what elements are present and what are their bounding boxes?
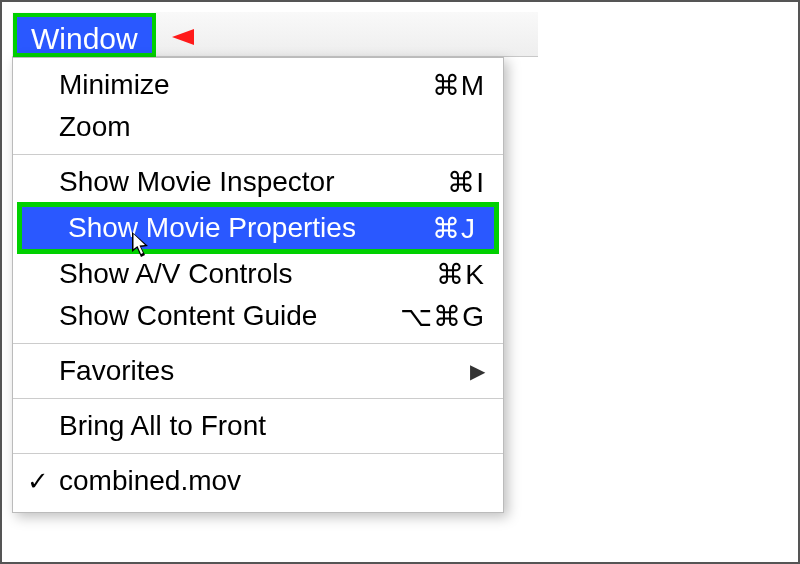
menu-item-show-movie-inspector[interactable]: Show Movie Inspector ⌘I — [13, 161, 503, 203]
menu-item-shortcut: ⌘K — [436, 258, 485, 291]
menu-item-zoom[interactable]: Zoom — [13, 106, 503, 148]
menu-item-label: Favorites — [59, 355, 470, 387]
menu-title-window[interactable]: Window — [13, 13, 156, 57]
menu-separator — [13, 154, 503, 155]
menu-separator — [13, 343, 503, 344]
menu-item-label: Minimize — [59, 69, 432, 101]
menu-item-shortcut: ⌥⌘G — [400, 300, 485, 333]
menu-item-show-movie-properties[interactable]: Show Movie Properties ⌘J — [22, 207, 494, 249]
menu-item-shortcut: ⌘J — [432, 212, 476, 245]
menu-item-show-av-controls[interactable]: Show A/V Controls ⌘K — [13, 253, 503, 295]
menu-item-label: combined.mov — [59, 465, 485, 497]
menu-separator — [13, 453, 503, 454]
menu-item-label: Zoom — [59, 111, 485, 143]
menu-item-show-content-guide[interactable]: Show Content Guide ⌥⌘G — [13, 295, 503, 337]
menu-item-minimize[interactable]: Minimize ⌘M — [13, 64, 503, 106]
menu-item-label: Show Movie Properties — [68, 212, 432, 244]
menu-item-label: Show Content Guide — [59, 300, 400, 332]
menu-item-window-document[interactable]: ✓ combined.mov — [13, 460, 503, 502]
checkmark-icon: ✓ — [27, 466, 49, 497]
menu-item-favorites[interactable]: Favorites ▶ — [13, 350, 503, 392]
screenshot-canvas: Window Minimize ⌘M Zoom Show Movie Inspe… — [0, 0, 800, 564]
menu-item-label: Show Movie Inspector — [59, 166, 447, 198]
highlight-box: Show Movie Properties ⌘J — [17, 202, 499, 254]
menu-item-label: Bring All to Front — [59, 410, 485, 442]
menu-item-bring-all-to-front[interactable]: Bring All to Front — [13, 405, 503, 447]
menu-item-label: Show A/V Controls — [59, 258, 436, 290]
submenu-arrow-icon: ▶ — [470, 359, 485, 383]
menu-separator — [13, 398, 503, 399]
menu-item-shortcut: ⌘I — [447, 166, 485, 199]
window-menu-dropdown: Minimize ⌘M Zoom Show Movie Inspector ⌘I… — [12, 57, 504, 513]
menu-item-shortcut: ⌘M — [432, 69, 485, 102]
